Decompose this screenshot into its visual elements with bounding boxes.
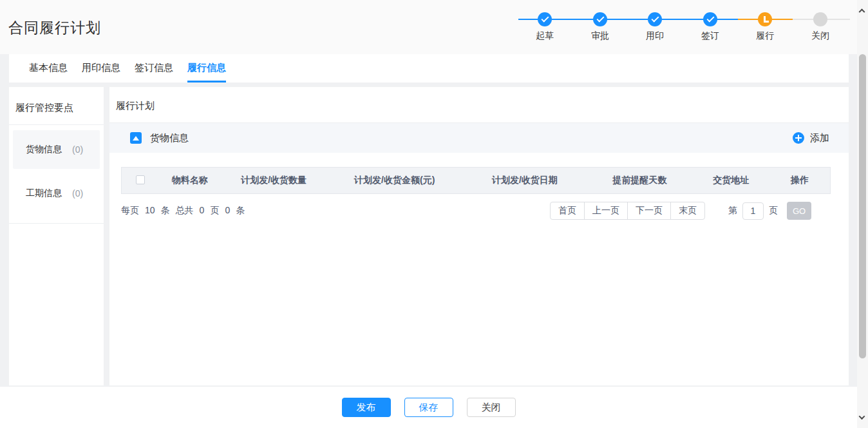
pagination-summary: 每页 10 条 总共 0 页 0 条 [121, 205, 245, 217]
check-icon [596, 15, 604, 23]
go-button[interactable]: GO [787, 202, 811, 220]
step-perform-label: 履行 [737, 30, 793, 42]
performance-plan-panel: 履行计划 货物信息 添加 物料名称 计划发/收货数量 计划发/收货金额(元) 计… [109, 87, 849, 385]
process-stepper: 起草 审批 用印 签订 履行 关闭 [518, 11, 850, 42]
check-icon [651, 15, 659, 23]
stepper-connector [827, 19, 850, 20]
pages-unit: 页 [210, 205, 219, 217]
stepper-connector [717, 19, 758, 20]
step-sign-label: 签订 [683, 30, 738, 42]
check-icon [706, 15, 714, 23]
stepper-connector [772, 19, 813, 20]
total-pages: 0 [200, 205, 205, 217]
sidebar-item-label: 工期信息 [26, 188, 62, 199]
sidebar-item-count: (0) [72, 144, 83, 155]
step-sign-circle [703, 12, 717, 26]
first-page-button[interactable]: 首页 [550, 202, 585, 220]
goods-section-bar: 货物信息 添加 [109, 123, 849, 153]
divider [9, 124, 104, 125]
pager-button-group: 首页 上一页 下一页 末页 [550, 202, 705, 220]
select-all-checkbox[interactable] [136, 175, 145, 184]
step-draft-label: 起草 [517, 30, 572, 42]
page-jump: 第 页 GO [728, 202, 811, 220]
total-label: 总共 [176, 205, 194, 217]
total-items: 0 [225, 205, 230, 217]
sidebar-item-goods[interactable]: 货物信息 (0) [13, 130, 100, 169]
step-close-circle [813, 12, 827, 26]
step-close-label: 关闭 [793, 30, 848, 42]
stepper-connector [607, 19, 648, 20]
per-page-value: 10 [145, 205, 155, 217]
tab-perform-info[interactable]: 履行信息 [187, 54, 226, 83]
tab-sign-info[interactable]: 签订信息 [135, 54, 173, 83]
panel-title: 履行计划 [109, 87, 849, 123]
section-title: 货物信息 [150, 132, 189, 144]
scrollbar-thumb[interactable] [859, 54, 866, 358]
add-button-label: 添加 [810, 132, 829, 144]
col-delivery-address: 交货地址 [692, 175, 769, 186]
pagination-bar: 每页 10 条 总共 0 页 0 条 首页 上一页 下一页 末页 第 页 GO [121, 202, 811, 220]
col-planned-quantity: 计划发/收货数量 [221, 175, 327, 186]
vertical-scrollbar[interactable] [857, 0, 868, 428]
step-approval-circle [593, 12, 607, 26]
scrollbar-down-arrow-icon[interactable] [860, 415, 865, 420]
prev-page-button[interactable]: 上一页 [584, 202, 628, 220]
clock-icon [764, 16, 769, 23]
sidebar-title: 履行管控要点 [15, 102, 97, 114]
step-approval-label: 审批 [572, 30, 628, 42]
sidebar-item-label: 货物信息 [26, 144, 62, 155]
stepper-connector [552, 19, 593, 20]
page-jump-prefix: 第 [728, 205, 737, 217]
divider [9, 223, 104, 224]
items-unit: 条 [161, 205, 170, 217]
table-header-row: 物料名称 计划发/收货数量 计划发/收货金额(元) 计划发/收货日期 提前提醒天… [121, 167, 831, 194]
scrollbar-up-arrow-icon[interactable] [860, 8, 865, 13]
col-planned-date: 计划发/收货日期 [462, 175, 587, 186]
sidebar-control-points: 履行管控要点 货物信息 (0) 工期信息 (0) [9, 87, 104, 385]
tab-bar: 基本信息 用印信息 签订信息 履行信息 [9, 54, 849, 83]
col-planned-amount: 计划发/收货金额(元) [326, 175, 462, 186]
col-actions: 操作 [769, 175, 830, 186]
next-page-button[interactable]: 下一页 [627, 202, 671, 220]
step-draft-circle [538, 12, 552, 26]
last-page-button[interactable]: 末页 [670, 202, 705, 220]
stepper-connector [518, 19, 538, 20]
plus-icon [793, 132, 804, 144]
triangle-up-icon [133, 136, 139, 141]
per-page-label: 每页 [121, 205, 139, 217]
footer-action-bar: 发布 保存 关闭 [0, 387, 857, 428]
step-perform-circle [758, 12, 772, 26]
tab-basic-info[interactable]: 基本信息 [29, 54, 68, 83]
collapse-toggle-button[interactable] [130, 132, 142, 144]
page-jump-suffix: 页 [769, 205, 778, 217]
check-icon [541, 15, 549, 23]
sidebar-item-schedule[interactable]: 工期信息 (0) [13, 174, 100, 213]
items-unit: 条 [236, 205, 245, 217]
save-button[interactable]: 保存 [404, 398, 453, 417]
step-seal-circle [648, 12, 662, 26]
close-button[interactable]: 关闭 [467, 398, 516, 417]
tab-seal-info[interactable]: 用印信息 [82, 54, 120, 83]
col-material-name: 物料名称 [159, 175, 221, 186]
sidebar-item-count: (0) [72, 188, 83, 199]
col-select [122, 175, 159, 186]
page-title: 合同履行计划 [8, 18, 101, 38]
page-number-input[interactable] [742, 202, 764, 220]
step-seal-label: 用印 [627, 30, 683, 42]
publish-button[interactable]: 发布 [342, 398, 391, 417]
col-remind-days: 提前提醒天数 [587, 175, 693, 186]
stepper-connector [662, 19, 703, 20]
add-button[interactable]: 添加 [793, 132, 829, 144]
